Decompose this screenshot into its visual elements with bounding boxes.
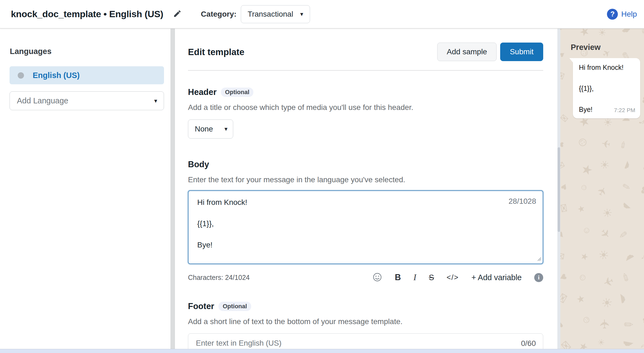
bold-button[interactable]: B — [395, 273, 401, 282]
message-timestamp: 7:22 PM — [614, 107, 635, 113]
preview-message-line: Hi from Knock! — [579, 64, 635, 71]
header-section-description: Add a title or choose which type of medi… — [188, 103, 413, 112]
smiley-icon — [372, 272, 382, 283]
sidebar-divider — [171, 29, 175, 349]
code-button[interactable]: </> — [446, 273, 459, 282]
chevron-down-icon: ▾ — [154, 98, 157, 104]
footer-character-counter: 0/60 — [521, 339, 536, 348]
resize-handle[interactable] — [537, 256, 542, 262]
chevron-down-icon: ▾ — [300, 11, 303, 17]
body-textarea-container: Hi from Knock! {{1}}, Bye! 28/1028 — [188, 190, 543, 264]
header-section-title-row: Header Optional — [188, 87, 253, 97]
preview-message-line: {{1}}, — [579, 85, 635, 92]
body-toolbar-row: Characters: 24/1024 B I S </> + Add vari… — [188, 271, 543, 284]
body-section-title: Body — [188, 160, 209, 169]
body-section-description: Enter the text for your message in the l… — [188, 175, 405, 184]
header-media-type-dropdown[interactable]: None ▾ — [188, 119, 233, 139]
template-title: knock_doc_template • English (US) — [11, 9, 163, 19]
category-dropdown[interactable]: Transactional ▾ — [241, 5, 310, 23]
help-label: Help — [621, 10, 637, 19]
message-bubble: Hi from Knock! {{1}}, Bye! 7:22 PM — [573, 58, 640, 118]
footer-section-description: Add a short line of text to the bottom o… — [188, 317, 403, 326]
footer-section-title-row: Footer Optional — [188, 301, 251, 311]
add-language-dropdown[interactable]: Add Language ▾ — [10, 91, 164, 110]
strikethrough-button[interactable]: S — [429, 273, 434, 282]
body-character-counter: 28/1028 — [509, 197, 536, 206]
header-section-title: Header — [188, 87, 217, 97]
footer-section-title: Footer — [188, 301, 214, 311]
main-scrollbar-thumb[interactable] — [558, 147, 560, 232]
sidebar-item-english-us[interactable]: English (US) — [10, 66, 164, 84]
template-editor-app: knock_doc_template • English (US) Catego… — [0, 0, 644, 353]
submit-button[interactable]: Submit — [500, 43, 543, 61]
edit-title-button[interactable] — [171, 8, 183, 20]
header-media-type-value: None — [195, 125, 224, 133]
italic-button[interactable]: I — [414, 273, 416, 282]
body-section-title-row: Body — [188, 160, 209, 169]
help-icon: ? — [607, 9, 618, 20]
preview-message-line: Bye! 7:22 PM — [579, 106, 635, 113]
preview-panel: ✉★☀☁♪♥☺✈✎✿✉★☀☁♪♥☺✈✎✿✉★☀☁♪♥☺✈✎✿✉★☀☁♪♥☺✈✎✿… — [560, 29, 644, 349]
page-title: Edit template — [188, 47, 244, 57]
help-link[interactable]: ? Help — [607, 9, 637, 20]
optional-badge: Optional — [218, 302, 251, 311]
top-bar: knock_doc_template • English (US) Catego… — [0, 0, 644, 28]
body-text-input[interactable]: Hi from Knock! {{1}}, Bye! — [189, 191, 543, 264]
emoji-button[interactable] — [372, 272, 382, 283]
formatting-toolbar: B I S </> + Add variable i — [372, 272, 543, 283]
language-status-dot-icon — [18, 72, 24, 79]
language-label: English (US) — [33, 71, 80, 80]
add-language-placeholder: Add Language — [17, 96, 154, 105]
languages-heading: Languages — [10, 47, 51, 56]
bubble-tail-icon — [569, 58, 573, 64]
section-divider — [188, 70, 543, 71]
add-variable-button[interactable]: + Add variable — [471, 273, 522, 282]
characters-count-label: Characters: 24/1024 — [188, 274, 250, 282]
preview-heading: Preview — [571, 43, 601, 52]
optional-badge: Optional — [221, 88, 253, 97]
info-icon[interactable]: i — [534, 273, 543, 282]
preview-message-text: Bye! — [579, 106, 593, 113]
add-sample-button[interactable]: Add sample — [437, 43, 497, 61]
pencil-icon — [173, 9, 182, 19]
category-value: Transactional — [248, 10, 293, 19]
chevron-down-icon: ▾ — [224, 126, 227, 132]
bottom-page-strip — [0, 349, 644, 353]
category-label: Category: — [201, 10, 236, 19]
